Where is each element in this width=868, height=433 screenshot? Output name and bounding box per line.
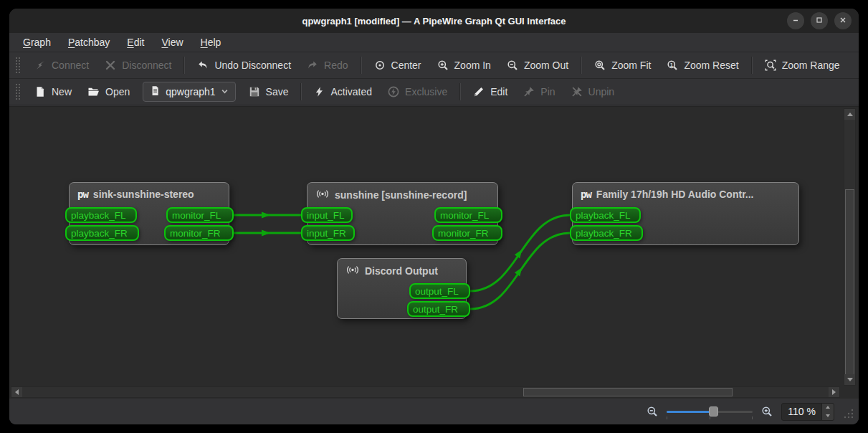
horizontal-scrollbar-thumb[interactable] (523, 388, 733, 396)
node-title: sunshine [sunshine-record] (335, 189, 467, 201)
minimize-button[interactable] (787, 12, 804, 29)
port-sunshine-monitor-fl[interactable]: monitor_FL (434, 207, 502, 223)
zoom-step-up-button[interactable] (822, 404, 834, 412)
close-button[interactable] (834, 12, 852, 29)
center-icon (374, 60, 386, 71)
main-toolbar: ConnectDisconnectUndo DisconnectRedoCent… (9, 52, 859, 79)
activated-icon (314, 86, 325, 97)
scroll-up-button[interactable] (844, 109, 855, 120)
open-button[interactable]: Open (81, 82, 136, 101)
vertical-scrollbar-thumb[interactable] (845, 189, 854, 376)
menu-view[interactable]: View (155, 35, 189, 49)
port-sink-playback-fr[interactable]: playback_FR (65, 225, 139, 241)
node-title-bar: pwFamily 17h/19h HD Audio Contr... (573, 183, 798, 206)
zoom-slider-handle[interactable] (709, 406, 718, 417)
zoom-reset-button[interactable]: 1Zoom Reset (660, 56, 745, 75)
port-family-playback-fr[interactable]: playback_FR (570, 225, 643, 241)
toolbar-button-label: Redo (324, 60, 348, 71)
zoom-step-down-button[interactable] (822, 411, 834, 420)
horizontal-scrollbar[interactable] (11, 386, 840, 398)
node-title-bar: sunshine [sunshine-record] (307, 183, 497, 207)
zoom-range-icon (765, 60, 776, 71)
toolbar-button-label: Save (266, 86, 289, 97)
zoom-spinbox[interactable]: 110 % (781, 403, 834, 421)
arrow-up-icon (847, 113, 853, 116)
redo-icon (307, 60, 318, 71)
toolbar-separator (183, 57, 185, 74)
maximize-button[interactable] (811, 12, 828, 29)
pin-button[interactable]: Pin (517, 82, 561, 101)
port-sink-monitor-fl[interactable]: monitor_FL (166, 207, 234, 223)
menu-patchbay[interactable]: Patchbay (62, 35, 116, 49)
graph-canvas[interactable]: pwsink-sunshine-stereosunshine [sunshine… (9, 106, 859, 399)
activated-button[interactable]: Activated (307, 82, 378, 101)
port-discord-output-fr[interactable]: output_FR (407, 301, 470, 317)
zoom-slider-fill (667, 411, 713, 413)
menu-graph[interactable]: Graph (16, 35, 57, 49)
toolbar-drag-handle[interactable] (15, 57, 21, 74)
minimize-icon (791, 16, 800, 27)
slider-tick (710, 417, 710, 419)
arrow-right-icon (832, 389, 836, 395)
port-sink-playback-fl[interactable]: playback_FL (65, 207, 137, 223)
zoom-out-button[interactable]: Zoom Out (500, 56, 575, 75)
port-family-playback-fl[interactable]: playback_FL (570, 207, 641, 223)
patchbay-file-combo[interactable]: qpwgraph1 (143, 82, 235, 102)
toolbar-button-label: Open (105, 86, 130, 97)
toolbar-button-label: Pin (540, 86, 555, 97)
toolbar-button-label: Center (391, 60, 421, 71)
toolbar-button-label: Disconnect (122, 60, 171, 71)
node-title-bar: Discord Output (338, 259, 466, 283)
document-icon (150, 85, 161, 98)
port-sunshine-input-fr[interactable]: input_FR (301, 225, 355, 241)
edge-arrow-icon (515, 248, 525, 259)
zoom-fit-button[interactable]: Zoom Fit (588, 56, 657, 75)
exclusive-button[interactable]: Exclusive (381, 82, 454, 101)
slider-tick (752, 417, 753, 419)
undo-button[interactable]: Undo Disconnect (191, 56, 297, 75)
toolbar-drag-handle[interactable] (15, 83, 21, 100)
open-icon (87, 86, 100, 97)
menu-edit[interactable]: Edit (120, 35, 151, 49)
menu-help[interactable]: Help (194, 35, 228, 49)
statusbar-zoom-out-button[interactable] (644, 404, 661, 419)
patchbay-toolbar: NewOpenqpwgraph1SaveActivatedExclusiveEd… (9, 79, 859, 105)
vertical-scrollbar[interactable] (844, 108, 856, 386)
toolbar-button-label: Exclusive (405, 86, 447, 97)
save-button[interactable]: Save (242, 82, 295, 101)
zoom-out-icon (507, 60, 518, 71)
port-sunshine-monitor-fr[interactable]: monitor_FR (432, 225, 502, 241)
save-icon (249, 86, 260, 97)
port-sunshine-input-fl[interactable]: input_FL (301, 207, 353, 223)
node-title: Family 17h/19h HD Audio Contr... (596, 189, 754, 200)
connect-button[interactable]: Connect (28, 56, 95, 75)
scroll-left-button[interactable] (11, 387, 22, 397)
window-resize-grip[interactable] (840, 402, 856, 421)
redo-button[interactable]: Redo (300, 56, 354, 75)
toolbar-button-label: Connect (52, 60, 89, 71)
port-sink-monitor-fr[interactable]: monitor_FR (164, 225, 234, 241)
edit-button[interactable]: Edit (467, 82, 514, 101)
edit-icon (473, 86, 485, 97)
scroll-right-button[interactable] (829, 387, 839, 397)
edge-arrow-icon (262, 212, 270, 219)
unpin-button[interactable]: Unpin (565, 82, 621, 101)
statusbar-zoom-in-button[interactable] (758, 404, 776, 419)
slider-tick (667, 417, 667, 419)
arrow-up-icon (826, 406, 830, 409)
toolbar-button-label: Unpin (588, 86, 615, 97)
scroll-down-button[interactable] (844, 374, 855, 385)
title-bar: qpwgraph1 [modified] — A PipeWire Graph … (9, 9, 859, 33)
resize-grip-icon (843, 408, 854, 419)
toolbar-separator (300, 83, 302, 100)
disconnect-button[interactable]: Disconnect (98, 56, 178, 75)
new-button[interactable]: New (28, 82, 78, 101)
zoom-range-button[interactable]: Zoom Range (758, 56, 846, 75)
zoom-value[interactable]: 110 % (782, 404, 821, 420)
toolbar-separator (581, 57, 582, 74)
zoom-in-button[interactable]: Zoom In (431, 56, 497, 75)
center-button[interactable]: Center (368, 56, 428, 75)
main-toolbar-items: ConnectDisconnectUndo DisconnectRedoCent… (27, 56, 848, 75)
port-discord-output-fl[interactable]: output_FL (409, 283, 470, 299)
zoom-slider[interactable] (667, 404, 753, 419)
